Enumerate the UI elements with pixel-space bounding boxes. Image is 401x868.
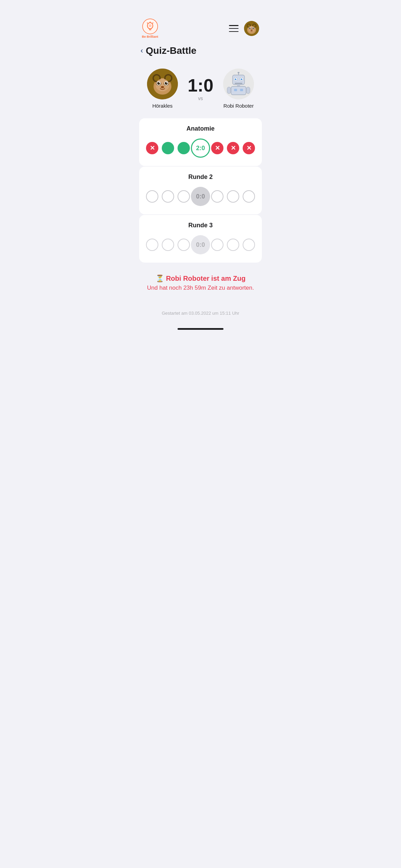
- round1-score: 2:0: [191, 138, 210, 158]
- footer: Gestartet am 03.05.2022 um 15:11 Uhr: [134, 297, 267, 323]
- dot-r3-p1-3: [178, 239, 190, 251]
- svg-point-21: [250, 28, 250, 28]
- svg-point-42: [238, 72, 239, 73]
- dot-r1-p2-1: ✕: [211, 142, 223, 154]
- header-actions: [229, 21, 259, 36]
- dot-r1-p1-3: [178, 142, 190, 154]
- dot-r1-p1-1: ✕: [146, 142, 158, 154]
- started-date: Gestartet am 03.05.2022 um 15:11 Uhr: [162, 311, 239, 316]
- logo-text: Be Brilliant: [142, 35, 158, 38]
- player1-avatar: [147, 69, 178, 99]
- player1-name: Hörakles: [152, 103, 172, 109]
- svg-rect-51: [231, 86, 246, 95]
- round2-player2-dots: [211, 190, 255, 203]
- round3-score: 0:0: [191, 235, 210, 254]
- dot-r3-p2-3: [243, 239, 255, 251]
- dot-r2-p2-1: [211, 190, 223, 203]
- svg-point-19: [249, 27, 251, 29]
- dot-r1-p2-2: ✕: [227, 142, 239, 154]
- round2-row: 0:0: [146, 187, 255, 206]
- page-title: Quiz-Battle: [146, 45, 196, 56]
- status-turn-indicator: ⏳ Robi Roboter ist am Zug: [142, 274, 259, 282]
- svg-point-36: [165, 82, 168, 85]
- dot-r3-p2-2: [227, 239, 239, 251]
- dot-r3-p2-1: [211, 239, 223, 251]
- vs-label: vs: [198, 96, 203, 101]
- back-button[interactable]: ‹: [141, 46, 143, 55]
- dot-r3-p1-2: [162, 239, 174, 251]
- round2-score: 0:0: [191, 187, 210, 206]
- player2: Robi Roboter: [218, 69, 259, 109]
- svg-rect-53: [240, 89, 243, 91]
- player2-avatar: [223, 69, 254, 99]
- round1-row: ✕ 2:0 ✕ ✕ ✕: [146, 138, 255, 158]
- svg-point-47: [235, 79, 236, 79]
- dot-r2-p1-3: [178, 190, 190, 203]
- menu-button[interactable]: [229, 25, 239, 32]
- svg-point-7: [149, 24, 151, 27]
- dot-r3-p1-1: [146, 239, 158, 251]
- round-card-2: Runde 2 0:0: [139, 167, 262, 214]
- round-card-1: Anatomie ✕ 2:0 ✕ ✕ ✕: [139, 118, 262, 166]
- svg-rect-55: [246, 87, 250, 94]
- round1-title: Anatomie: [146, 125, 255, 132]
- logo: Be Brilliant: [142, 19, 158, 38]
- home-indicator: [178, 328, 223, 330]
- user-avatar-header[interactable]: [244, 21, 259, 36]
- battle-header: Hörakles 1:0 vs: [134, 62, 267, 118]
- svg-rect-49: [235, 83, 243, 84]
- svg-line-6: [153, 23, 153, 23]
- svg-rect-50: [237, 85, 240, 86]
- round1-player2-dots: ✕ ✕ ✕: [211, 142, 255, 154]
- svg-point-35: [157, 82, 160, 85]
- svg-point-45: [235, 78, 236, 80]
- svg-point-39: [161, 86, 164, 88]
- battle-score-center: 1:0 vs: [183, 76, 218, 101]
- round3-title: Runde 3: [146, 222, 255, 229]
- round3-player2-dots: [211, 239, 255, 251]
- back-navigation: ‹ Quiz-Battle: [134, 43, 267, 62]
- dot-r2-p1-1: [146, 190, 158, 203]
- status-time-remaining: Und hat noch 23h 59m Zeit zu antworten.: [142, 285, 259, 291]
- dot-r2-p2-3: [243, 190, 255, 203]
- logo-icon: [142, 19, 158, 34]
- svg-rect-54: [227, 87, 231, 94]
- dot-r1-p2-3: ✕: [243, 142, 255, 154]
- dot-r2-p2-2: [227, 190, 239, 203]
- svg-point-46: [241, 78, 242, 80]
- svg-rect-52: [234, 89, 237, 91]
- svg-line-5: [147, 23, 148, 23]
- round2-title: Runde 2: [146, 173, 255, 181]
- round2-player1-dots: [146, 190, 190, 203]
- round-card-3: Runde 3 0:0: [139, 215, 262, 263]
- dot-r1-p1-2: [162, 142, 174, 154]
- svg-point-22: [253, 28, 254, 28]
- svg-point-23: [251, 30, 253, 31]
- dot-r2-p1-2: [162, 190, 174, 203]
- app-header: Be Brilliant: [134, 0, 267, 43]
- round3-player1-dots: [146, 239, 190, 251]
- player2-name: Robi Roboter: [223, 103, 254, 109]
- status-section: ⏳ Robi Roboter ist am Zug Und hat noch 2…: [134, 263, 267, 297]
- battle-score: 1:0: [187, 76, 213, 94]
- round3-row: 0:0: [146, 235, 255, 254]
- svg-point-48: [242, 79, 242, 79]
- svg-point-37: [159, 82, 160, 83]
- player1: Hörakles: [142, 69, 183, 109]
- round1-player1-dots: ✕: [146, 142, 190, 154]
- svg-point-38: [166, 82, 167, 83]
- svg-point-20: [253, 27, 254, 29]
